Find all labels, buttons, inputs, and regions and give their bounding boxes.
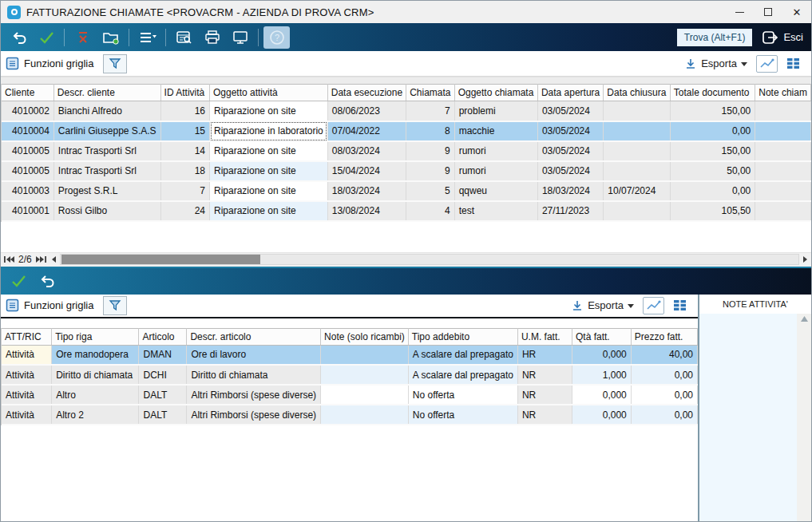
filter-button[interactable] bbox=[103, 54, 127, 73]
column-header-data_apertura[interactable]: Data apertura bbox=[537, 85, 603, 101]
table-row[interactable]: AttivitàOre manodoperaDMANOre di lavoroA… bbox=[2, 345, 698, 365]
cell-prezzo_fatt[interactable]: 0,00 bbox=[631, 365, 697, 385]
cell-totale_documento[interactable]: 150,00 bbox=[670, 101, 755, 121]
cell-cliente[interactable]: 4010005 bbox=[2, 161, 53, 181]
cell-tipo_addebito[interactable]: No offerta bbox=[408, 405, 517, 425]
cell-tipo_riga[interactable]: Ore manodopera bbox=[52, 345, 139, 365]
cell-note_chiamata[interactable] bbox=[755, 201, 811, 221]
cell-cliente[interactable]: 4010004 bbox=[2, 121, 53, 141]
pager-last-button[interactable] bbox=[35, 255, 47, 263]
cell-prezzo_fatt[interactable]: 0,00 bbox=[631, 385, 697, 405]
cell-cliente[interactable]: 4010002 bbox=[2, 101, 53, 121]
cell-oggetto_attivita[interactable]: Riparazione on site bbox=[210, 141, 328, 161]
cell-data_chiusura[interactable] bbox=[604, 101, 671, 121]
cell-oggetto_attivita[interactable]: Riparazione on site bbox=[210, 161, 328, 181]
table-row[interactable]: 4010003Progest S.R.L7Riparazione on site… bbox=[2, 181, 811, 201]
cell-articolo[interactable]: DALT bbox=[139, 405, 187, 425]
cell-chiamata[interactable]: 9 bbox=[406, 161, 455, 181]
cell-tipo_addebito[interactable]: No offerta bbox=[408, 385, 517, 405]
cell-cliente[interactable]: 4010003 bbox=[2, 181, 53, 201]
cell-att_ric[interactable]: Attività bbox=[2, 345, 52, 365]
help-button[interactable]: ? bbox=[263, 26, 290, 49]
column-header-tipo_addebito[interactable]: Tipo addebito bbox=[408, 328, 517, 345]
cell-data_esecuzione[interactable]: 07/04/2022 bbox=[327, 121, 406, 141]
cell-data_esecuzione[interactable]: 18/03/2024 bbox=[327, 181, 406, 201]
column-header-oggetto_chiamata[interactable]: Oggetto chiamata bbox=[454, 85, 537, 101]
cell-oggetto_chiamata[interactable]: rumori bbox=[454, 141, 537, 161]
cell-data_apertura[interactable]: 03/05/2024 bbox=[537, 141, 603, 161]
cell-descr_articolo[interactable]: Ore di lavoro bbox=[187, 345, 321, 365]
cell-chiamata[interactable]: 5 bbox=[406, 181, 455, 201]
cell-um_fatt[interactable]: NR bbox=[517, 405, 572, 425]
cell-prezzo_fatt[interactable]: 40,00 bbox=[631, 345, 697, 365]
cell-note_ricambi[interactable] bbox=[321, 365, 409, 385]
cell-descr_articolo[interactable]: Altri Rimborsi (spese diverse) bbox=[187, 385, 321, 405]
cell-oggetto_chiamata[interactable]: test bbox=[454, 201, 537, 221]
cell-qta_fatt[interactable]: 0,000 bbox=[572, 405, 631, 425]
cell-descr_cliente[interactable]: Bianchi Alfredo bbox=[53, 101, 160, 121]
table-row[interactable]: AttivitàAltro 2DALTAltri Rimborsi (spese… bbox=[2, 405, 698, 425]
scroll-right-button[interactable] bbox=[802, 255, 809, 263]
chart-button[interactable] bbox=[643, 297, 664, 314]
horizontal-scrollbar-thumb[interactable] bbox=[61, 255, 261, 264]
funzioni-griglia-label[interactable]: Funzioni griglia bbox=[24, 57, 93, 69]
cell-descr_cliente[interactable]: Rossi Gilbo bbox=[53, 201, 160, 221]
vertical-scrollbar[interactable] bbox=[797, 314, 811, 522]
table-row[interactable]: AttivitàDiritto di chiamataDCHIDiritto d… bbox=[2, 365, 698, 385]
cell-articolo[interactable]: DMAN bbox=[139, 345, 187, 365]
cell-totale_documento[interactable]: 105,50 bbox=[670, 201, 755, 221]
trova-button[interactable]: Trova (Alt+F1) bbox=[677, 29, 753, 46]
menu-button[interactable] bbox=[134, 26, 160, 49]
titlebar[interactable]: FATTURAZIONE CHIAMATE <PROVACRM - AZIEND… bbox=[1, 1, 811, 23]
cell-data_esecuzione[interactable]: 08/06/2023 bbox=[327, 101, 406, 121]
grid-view-button[interactable] bbox=[786, 57, 800, 69]
cell-att_ric[interactable]: Attività bbox=[2, 365, 52, 385]
cell-data_apertura[interactable]: 03/05/2024 bbox=[537, 121, 603, 141]
cell-data_chiusura[interactable] bbox=[604, 121, 671, 141]
cell-qta_fatt[interactable]: 1,000 bbox=[572, 365, 631, 385]
cell-note_ricambi[interactable] bbox=[321, 405, 409, 425]
column-header-att_ric[interactable]: ATT/RIC bbox=[2, 328, 52, 345]
cell-oggetto_chiamata[interactable]: qqweu bbox=[454, 181, 537, 201]
cell-data_esecuzione[interactable]: 08/03/2024 bbox=[327, 141, 406, 161]
grid-view-button[interactable] bbox=[673, 299, 687, 311]
cell-tipo_riga[interactable]: Altro bbox=[52, 385, 139, 405]
cell-data_chiusura[interactable] bbox=[604, 201, 671, 221]
cell-data_esecuzione[interactable]: 15/04/2024 bbox=[327, 161, 406, 181]
delete-record-button[interactable] bbox=[69, 26, 96, 49]
cell-qta_fatt[interactable]: 0,000 bbox=[572, 385, 631, 405]
cell-note_chiamata[interactable] bbox=[755, 141, 811, 161]
cell-note_ricambi[interactable] bbox=[321, 385, 409, 405]
cell-note_ricambi[interactable] bbox=[321, 345, 409, 365]
undo-button[interactable] bbox=[5, 26, 31, 49]
column-header-note_chiamata[interactable]: Note chiam bbox=[755, 85, 811, 101]
cell-totale_documento[interactable]: 50,00 bbox=[670, 161, 755, 181]
cell-um_fatt[interactable]: NR bbox=[517, 365, 572, 385]
column-header-id_attivita[interactable]: ID Attività bbox=[160, 85, 209, 101]
cell-tipo_riga[interactable]: Altro 2 bbox=[52, 405, 139, 425]
cell-data_chiusura[interactable] bbox=[604, 141, 671, 161]
table-row[interactable]: AttivitàAltroDALTAltri Rimborsi (spese d… bbox=[2, 385, 698, 405]
pager-first-button[interactable] bbox=[3, 255, 15, 263]
cell-cliente[interactable]: 4010001 bbox=[2, 201, 53, 221]
table-row[interactable]: 4010005Intrac Trasporti Srl14Riparazione… bbox=[2, 141, 811, 161]
column-header-prezzo_fatt[interactable]: Prezzo fatt. bbox=[631, 328, 697, 345]
cell-data_esecuzione[interactable]: 13/08/2024 bbox=[327, 201, 406, 221]
cell-chiamata[interactable]: 8 bbox=[406, 121, 455, 141]
maximize-button[interactable] bbox=[754, 1, 782, 23]
horizontal-scrollbar[interactable] bbox=[60, 254, 799, 265]
cell-oggetto_chiamata[interactable]: macchie bbox=[454, 121, 537, 141]
cell-id_attivita[interactable]: 24 bbox=[160, 201, 209, 221]
cell-tipo_riga[interactable]: Diritto di chiamata bbox=[52, 365, 139, 385]
notes-text-area[interactable] bbox=[699, 314, 797, 522]
table-row[interactable]: 4010004Carlini Giuseppe S.A.S15Riparazio… bbox=[2, 121, 811, 141]
cell-note_chiamata[interactable] bbox=[755, 121, 811, 141]
detail-undo-button[interactable] bbox=[33, 270, 59, 292]
column-header-descr_cliente[interactable]: Descr. cliente bbox=[53, 85, 160, 101]
scroll-left-button[interactable] bbox=[50, 255, 57, 263]
cell-note_chiamata[interactable] bbox=[755, 181, 811, 201]
cell-data_apertura[interactable]: 27/11/2023 bbox=[537, 201, 603, 221]
cell-oggetto_attivita[interactable]: Riparazione on site bbox=[210, 181, 328, 201]
cell-prezzo_fatt[interactable]: 0,00 bbox=[631, 405, 697, 425]
cell-data_chiusura[interactable]: 10/07/2024 bbox=[604, 181, 671, 201]
